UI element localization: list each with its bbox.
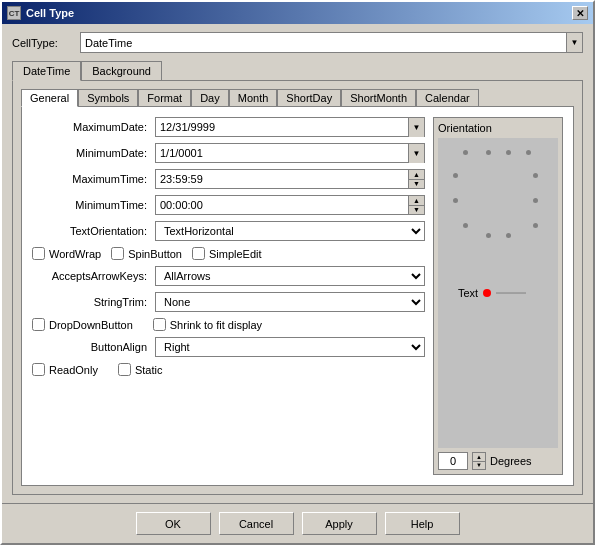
string-trim-wrapper[interactable]: None [155, 292, 425, 312]
string-trim-select[interactable]: None [156, 293, 424, 311]
dot-7 [506, 233, 511, 238]
word-wrap-label: WordWrap [49, 248, 101, 260]
max-time-label: MaximumTime: [32, 173, 147, 185]
max-time-down[interactable]: ▼ [409, 180, 424, 189]
simple-edit-item: SimpleEdit [192, 247, 262, 260]
accepts-arrow-select[interactable]: AllArrows [156, 267, 424, 285]
inner-tab-shortmonth[interactable]: ShortMonth [341, 89, 416, 106]
word-wrap-item: WordWrap [32, 247, 101, 260]
string-trim-row: StringTrim: None [32, 292, 425, 312]
dot-1 [486, 150, 491, 155]
min-time-row: MinimumTime: ▲ ▼ [32, 195, 425, 215]
tab-datetime[interactable]: DateTime [12, 61, 81, 81]
accepts-arrow-wrapper[interactable]: AllArrows [155, 266, 425, 286]
min-time-input[interactable] [156, 196, 408, 214]
button-align-select[interactable]: Right [156, 338, 424, 356]
datetime-panel: General Symbols Format Day Month ShortDa… [12, 80, 583, 495]
dropdown-shrink-row: DropDownButton Shrink to fit display [32, 318, 425, 331]
outer-tabs: DateTime Background [12, 61, 583, 80]
inner-tab-day[interactable]: Day [191, 89, 229, 106]
tab-container: DateTime Background General Symbols Form… [12, 61, 583, 495]
inner-tab-general[interactable]: General [21, 89, 78, 107]
inner-tabs: General Symbols Format Day Month ShortDa… [21, 89, 574, 106]
dialog-title: Cell Type [26, 7, 74, 19]
max-time-up[interactable]: ▲ [409, 170, 424, 180]
min-date-input[interactable] [156, 147, 408, 159]
max-date-label: MaximumDate: [32, 121, 147, 133]
left-panel: MaximumDate: ▼ MinimumDate: [32, 117, 425, 475]
dot-2 [506, 150, 511, 155]
spin-button-checkbox[interactable] [111, 247, 124, 260]
readonly-label: ReadOnly [49, 364, 98, 376]
degrees-spin[interactable]: ▲ ▼ [472, 452, 486, 470]
cell-type-dropdown-wrapper[interactable]: DateTime ▼ [80, 32, 583, 53]
help-button[interactable]: Help [385, 512, 460, 535]
inner-tab-shortday[interactable]: ShortDay [277, 89, 341, 106]
max-date-input[interactable] [156, 121, 408, 133]
degrees-input[interactable] [438, 452, 468, 470]
inner-tab-calendar[interactable]: Calendar [416, 89, 479, 106]
inner-tab-month[interactable]: Month [229, 89, 278, 106]
inner-tab-format[interactable]: Format [138, 89, 191, 106]
dialog-icon: CT [7, 6, 21, 20]
min-time-spin[interactable]: ▲ ▼ [408, 196, 424, 214]
max-time-spin[interactable]: ▲ ▼ [408, 170, 424, 188]
static-item: Static [118, 363, 163, 376]
tab-background[interactable]: Background [81, 61, 162, 80]
min-date-dropdown[interactable]: ▼ [408, 144, 424, 163]
cancel-button[interactable]: Cancel [219, 512, 294, 535]
simple-edit-checkbox[interactable] [192, 247, 205, 260]
readonly-checkbox[interactable] [32, 363, 45, 376]
apply-button[interactable]: Apply [302, 512, 377, 535]
min-date-row: MinimumDate: ▼ [32, 143, 425, 163]
max-date-row: MaximumDate: ▼ [32, 117, 425, 137]
shrink-fit-checkbox[interactable] [153, 318, 166, 331]
word-wrap-checkbox[interactable] [32, 247, 45, 260]
accepts-arrow-row: AcceptsArrowKeys: AllArrows [32, 266, 425, 286]
orientation-title: Orientation [438, 122, 558, 134]
min-time-up[interactable]: ▲ [409, 196, 424, 206]
spin-button-label: SpinButton [128, 248, 182, 260]
max-time-wrapper[interactable]: ▲ ▼ [155, 169, 425, 189]
degrees-row: ▲ ▼ Degrees [438, 452, 558, 470]
dialog-content: CellType: DateTime ▼ DateTime Background… [2, 24, 593, 503]
max-date-dropdown[interactable]: ▼ [408, 118, 424, 137]
close-button[interactable]: ✕ [572, 6, 588, 20]
dot-6 [533, 223, 538, 228]
min-time-label: MinimumTime: [32, 199, 147, 211]
min-time-wrapper[interactable]: ▲ ▼ [155, 195, 425, 215]
inner-tab-symbols[interactable]: Symbols [78, 89, 138, 106]
text-orientation-select[interactable]: TextHorizontal [156, 222, 424, 240]
min-date-input-wrapper[interactable]: ▼ [155, 143, 425, 163]
text-orientation-row: TextOrientation: TextHorizontal [32, 221, 425, 241]
max-time-row: MaximumTime: ▲ ▼ [32, 169, 425, 189]
title-bar-left: CT Cell Type [7, 6, 74, 20]
cell-type-arrow[interactable]: ▼ [566, 33, 582, 52]
spin-button-item: SpinButton [111, 247, 182, 260]
max-date-input-wrapper[interactable]: ▼ [155, 117, 425, 137]
cell-type-row: CellType: DateTime ▼ [12, 32, 583, 53]
degrees-label: Degrees [490, 455, 532, 467]
button-align-label: ButtonAlign [32, 341, 147, 353]
ok-button[interactable]: OK [136, 512, 211, 535]
button-align-wrapper[interactable]: Right [155, 337, 425, 357]
dropdown-btn-label: DropDownButton [49, 319, 133, 331]
dot-3 [526, 150, 531, 155]
min-date-label: MinimumDate: [32, 147, 147, 159]
max-time-input[interactable] [156, 170, 408, 188]
dropdown-btn-checkbox[interactable] [32, 318, 45, 331]
text-orientation-wrapper[interactable]: TextHorizontal [155, 221, 425, 241]
dropdown-btn-item: DropDownButton [32, 318, 133, 331]
dot-10 [453, 198, 458, 203]
general-panel: MaximumDate: ▼ MinimumDate: [21, 106, 574, 486]
cell-type-input[interactable]: DateTime [81, 37, 566, 49]
degrees-down[interactable]: ▼ [473, 462, 485, 470]
accepts-arrow-label: AcceptsArrowKeys: [32, 270, 147, 282]
degrees-up[interactable]: ▲ [473, 453, 485, 462]
min-time-down[interactable]: ▼ [409, 206, 424, 215]
text-orientation-label: TextOrientation: [32, 225, 147, 237]
static-checkbox[interactable] [118, 363, 131, 376]
orientation-panel: Orientation [433, 117, 563, 475]
simple-edit-label: SimpleEdit [209, 248, 262, 260]
cell-type-label: CellType: [12, 37, 72, 49]
